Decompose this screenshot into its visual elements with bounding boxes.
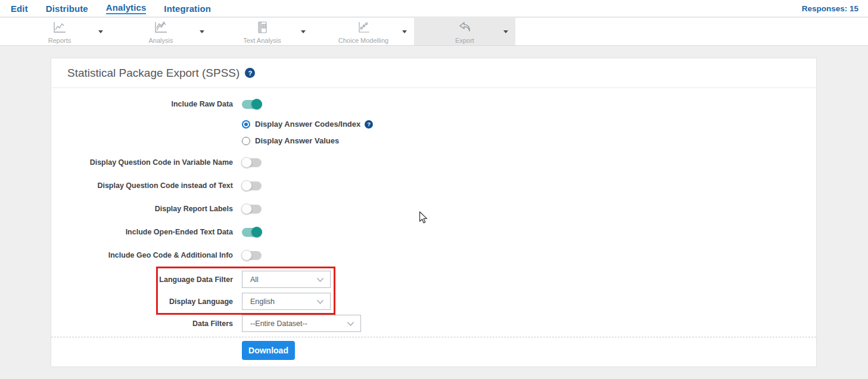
form-row-open-ended: Include Open-Ended Text Data — [51, 227, 816, 237]
divider-dashed — [51, 337, 816, 337]
form-row-display-language: Display Language English — [51, 293, 816, 310]
line-chart-icon — [52, 20, 67, 35]
scatter-chart-icon — [356, 20, 371, 35]
open-ended-toggle[interactable] — [242, 228, 262, 237]
radio-row-answer-values[interactable]: Display Answer Values — [242, 136, 339, 145]
radio-label: Display Answer Codes/Index — [255, 120, 360, 129]
include-raw-data-toggle[interactable] — [242, 100, 262, 109]
field-label: Include Open-Ended Text Data — [51, 228, 233, 236]
form-row-geo-code: Include Geo Code & Additional Info — [51, 250, 816, 261]
form-row-question-code-text: Display Question Code instead of Text — [51, 180, 816, 191]
field-label: Display Question Code instead of Text — [51, 181, 233, 190]
language-data-filter-select[interactable]: All — [242, 271, 331, 288]
page-background: Statistical Package Export (SPSS) ? Incl… — [0, 46, 868, 379]
form-row-data-filters: Data Filters --Entire Dataset-- — [51, 315, 816, 332]
page-title: Statistical Package Export (SPSS) — [67, 67, 239, 80]
field-label: Data Filters — [51, 320, 233, 328]
chevron-down-icon — [347, 321, 354, 327]
analytics-toolbar: Reports Analysis Text Ana — [0, 18, 868, 46]
nav-item-integration[interactable]: Integration — [164, 4, 211, 14]
form-row-language-data-filter: Language Data Filter All — [51, 271, 816, 288]
toolbar-label: Choice Modelling — [313, 37, 414, 44]
form-row-report-labels: Display Report Labels — [51, 203, 816, 214]
radio-label: Display Answer Values — [255, 136, 339, 145]
field-label: Include Raw Data — [51, 100, 233, 108]
toolbar-label: Text Analysis — [211, 37, 313, 44]
select-value: All — [250, 275, 259, 284]
report-labels-toggle[interactable] — [242, 205, 262, 214]
toggle-knob — [251, 99, 262, 109]
toolbar-item-export[interactable]: Export — [414, 18, 515, 45]
chevron-down-icon — [316, 299, 324, 305]
chevron-down-icon[interactable] — [98, 30, 103, 33]
answer-codes-radio[interactable] — [242, 120, 250, 129]
select-value: --Entire Dataset-- — [250, 320, 307, 328]
chevron-down-icon — [316, 277, 324, 283]
nav-item-distribute[interactable]: Distribute — [46, 4, 88, 14]
chevron-down-icon[interactable] — [503, 30, 508, 33]
card-header: Statistical Package Export (SPSS) ? — [51, 58, 816, 88]
toggle-knob — [241, 250, 252, 261]
text-analysis-book-icon — [254, 20, 270, 35]
responses-count[interactable]: Responses: 15 — [802, 4, 858, 13]
field-label: Display Question Code in Variable Name — [51, 158, 233, 167]
question-code-text-toggle[interactable] — [242, 181, 262, 190]
radio-row-answer-codes[interactable]: Display Answer Codes/Index ? — [242, 120, 373, 129]
select-value: English — [250, 297, 275, 306]
export-arrow-icon — [457, 20, 472, 35]
chevron-down-icon[interactable] — [301, 30, 306, 33]
toolbar-label: Export — [414, 37, 515, 44]
chevron-down-icon[interactable] — [402, 30, 407, 33]
toolbar-label: Analysis — [110, 37, 211, 44]
field-label: Display Language — [51, 297, 233, 306]
toolbar-label: Reports — [9, 37, 110, 44]
toggle-knob — [241, 157, 252, 168]
question-code-variable-toggle[interactable] — [242, 158, 262, 167]
nav-item-analytics[interactable]: Analytics — [106, 2, 147, 14]
answer-values-radio[interactable] — [242, 137, 250, 145]
geo-code-toggle[interactable] — [242, 251, 262, 260]
toolbar-item-choice-modelling[interactable]: Choice Modelling — [313, 18, 414, 45]
multi-line-chart-icon — [153, 20, 169, 35]
toolbar-item-reports[interactable]: Reports — [9, 18, 110, 45]
help-icon[interactable]: ? — [365, 120, 373, 129]
help-icon[interactable]: ? — [245, 68, 255, 78]
field-label: Include Geo Code & Additional Info — [51, 251, 233, 259]
toggle-knob — [241, 180, 252, 191]
spss-export-card: Statistical Package Export (SPSS) ? Incl… — [51, 58, 817, 367]
toolbar-item-analysis[interactable]: Analysis — [110, 18, 211, 45]
form-row-include-raw-data: Include Raw Data — [51, 99, 816, 109]
field-label: Language Data Filter — [51, 275, 233, 284]
chevron-down-icon[interactable] — [200, 30, 204, 33]
top-nav: Edit Distribute Analytics Integration Re… — [0, 0, 868, 17]
display-language-select[interactable]: English — [242, 293, 331, 310]
data-filters-select[interactable]: --Entire Dataset-- — [242, 315, 361, 332]
form-row-question-code-variable: Display Question Code in Variable Name — [51, 157, 816, 168]
field-label: Display Report Labels — [51, 205, 233, 213]
toggle-knob — [251, 227, 262, 237]
nav-item-edit[interactable]: Edit — [11, 4, 28, 14]
toggle-knob — [241, 203, 252, 214]
download-button[interactable]: Download — [242, 341, 295, 360]
toolbar-item-text-analysis[interactable]: Text Analysis — [211, 18, 313, 45]
